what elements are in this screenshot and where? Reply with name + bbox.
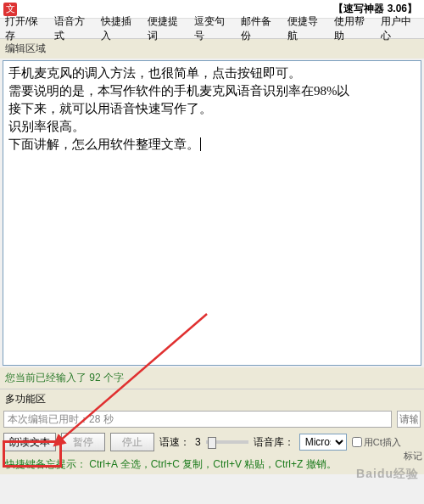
ctrl-insert-check-input[interactable] [352, 437, 362, 447]
side-mark-label: 标记 [404, 450, 422, 462]
menu-bar: 打开/保存 语音方式 快捷插入 便捷提词 逗变句号 邮件备份 便捷导航 使用帮助… [0, 19, 424, 39]
editor-line: 需要说明的是，本写作软件的手机麦克风语音识别率在98%以 [8, 82, 416, 100]
editor-line: 手机麦克风的调入方法，也很简单，点击按钮即可。 [8, 64, 416, 82]
menu-comma-period[interactable]: 逗变句号 [194, 14, 232, 43]
read-text-button[interactable]: 朗读文本 [3, 433, 56, 451]
stop-button[interactable]: 停止 [110, 433, 154, 451]
voice-lib-select[interactable]: Microsof [299, 434, 347, 451]
char-count-status: 您当前已经输入了 92 个字 [0, 367, 424, 389]
pause-button[interactable]: 暂停 [61, 433, 105, 451]
menu-help[interactable]: 使用帮助 [334, 14, 372, 43]
menu-voice-mode[interactable]: 语音方式 [54, 14, 92, 43]
text-editor[interactable]: 手机麦克风的调入方法，也很简单，点击按钮即可。 需要说明的是，本写作软件的手机麦… [3, 60, 421, 366]
menu-mail-backup[interactable]: 邮件备份 [241, 14, 279, 43]
menu-nav[interactable]: 便捷导航 [287, 14, 326, 43]
right-small-input[interactable] [397, 411, 421, 428]
shortcut-hints: 快捷键备忘提示： Ctrl+A 全选，Ctrl+C 复制，Ctrl+V 粘贴，C… [0, 455, 424, 474]
speed-slider[interactable] [206, 440, 248, 444]
editor-line: 下面讲解，怎么用软件整理文章。 [8, 136, 416, 154]
text-cursor [200, 137, 201, 151]
timer-display[interactable] [3, 411, 392, 428]
speed-value: 3 [195, 436, 201, 448]
menu-open-save[interactable]: 打开/保存 [5, 14, 46, 43]
multi-section-label: 多功能区 [0, 389, 424, 409]
editor-line: 识别率很高。 [8, 118, 416, 136]
menu-quick-insert[interactable]: 快捷插入 [101, 14, 139, 43]
menu-user[interactable]: 用户中心 [381, 14, 419, 43]
ctrl-insert-checkbox[interactable]: 用Ct插入 [352, 436, 401, 449]
timer-row [0, 409, 424, 429]
voice-lib-label: 语音库： [254, 435, 294, 450]
editor-line: 接下来，就可以用语音快速写作了。 [8, 100, 416, 118]
controls-row: 朗读文本 暂停 停止 语速： 3 语音库： Microsof 用Ct插入 [0, 429, 424, 455]
speed-label: 语速： [159, 435, 190, 450]
menu-prompt[interactable]: 便捷提词 [148, 14, 186, 43]
